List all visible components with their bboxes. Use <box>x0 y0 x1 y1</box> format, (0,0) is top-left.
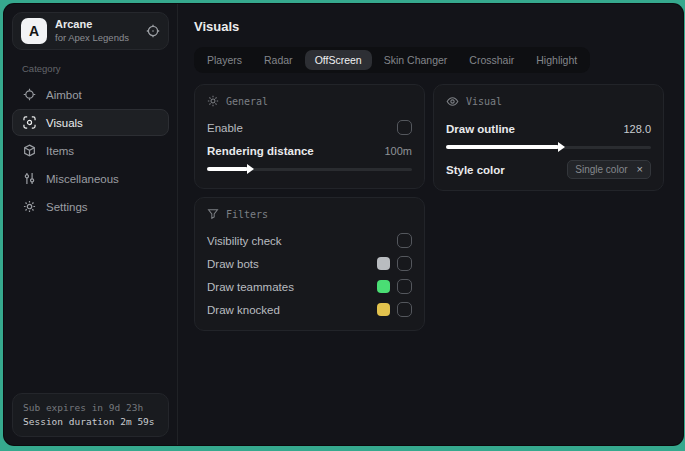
draw-teammates-color-swatch[interactable] <box>377 280 390 293</box>
draw-bots-color-swatch[interactable] <box>377 257 390 270</box>
sidebar-item-miscellaneous[interactable]: Miscellaneous <box>12 165 169 192</box>
page-title: Visuals <box>194 19 667 34</box>
desktop-background: A Arcane for Apex Legends Category <box>0 0 685 451</box>
draw-outline-value: 128.0 <box>623 123 651 135</box>
gear-icon <box>23 200 36 213</box>
enable-checkbox[interactable] <box>397 120 412 135</box>
general-panel: General Enable Rendering distance 100m <box>194 84 425 189</box>
style-color-label: Style color <box>446 164 505 176</box>
app-name: Arcane <box>55 18 129 32</box>
enable-label: Enable <box>207 122 243 134</box>
panels-area: General Enable Rendering distance 100m <box>194 84 667 331</box>
tab-highlight[interactable]: Highlight <box>526 50 587 70</box>
tab-offscreen[interactable]: OffScreen <box>305 50 372 70</box>
draw-knocked-color-swatch[interactable] <box>377 303 390 316</box>
sun-icon <box>207 95 219 107</box>
style-color-selected-value: Single color <box>575 164 627 175</box>
app-logo: A <box>21 18 47 44</box>
sidebar-nav: Aimbot Visuals <box>12 81 169 220</box>
draw-knocked-checkbox[interactable] <box>397 302 412 317</box>
draw-teammates-row: Draw teammates <box>207 276 412 297</box>
session-duration-text: Session duration 2m 59s <box>23 415 158 429</box>
funnel-icon <box>207 208 219 220</box>
filters-panel-header: Filters <box>207 208 412 220</box>
app-window: A Arcane for Apex Legends Category <box>4 4 683 445</box>
slider-track <box>207 168 412 171</box>
general-panel-title: General <box>226 96 268 107</box>
eye-icon <box>446 95 459 108</box>
draw-teammates-checkbox[interactable] <box>397 279 412 294</box>
draw-bots-label: Draw bots <box>207 258 259 270</box>
draw-outline-label: Draw outline <box>446 123 515 135</box>
app-subtitle: for Apex Legends <box>55 32 129 44</box>
draw-bots-checkbox[interactable] <box>397 256 412 271</box>
right-column: Visual Draw outline 128.0 Style c <box>433 84 664 191</box>
main-content: Visuals Players Radar OffScreen Skin Cha… <box>178 4 683 445</box>
subscription-info: Sub expires in 9d 23h Session duration 2… <box>12 393 169 438</box>
visibility-check-row: Visibility check <box>207 230 412 251</box>
visual-panel-header: Visual <box>446 95 651 108</box>
slider-fill <box>207 167 248 171</box>
sidebar-item-items[interactable]: Items <box>12 137 169 164</box>
slider-fill <box>446 145 559 149</box>
sidebar-item-settings[interactable]: Settings <box>12 193 169 220</box>
general-panel-header: General <box>207 95 412 107</box>
tab-crosshair[interactable]: Crosshair <box>459 50 524 70</box>
visibility-check-checkbox[interactable] <box>397 233 412 248</box>
close-icon[interactable]: × <box>637 164 643 175</box>
draw-bots-row: Draw bots <box>207 253 412 274</box>
sidebar-item-label: Miscellaneous <box>46 173 119 185</box>
cube-icon <box>23 144 36 157</box>
sidebar-item-visuals[interactable]: Visuals <box>12 109 169 136</box>
rendering-distance-value: 100m <box>384 145 412 157</box>
sidebar-item-label: Aimbot <box>46 89 82 101</box>
visibility-check-label: Visibility check <box>207 235 282 247</box>
sidebar-item-aimbot[interactable]: Aimbot <box>12 81 169 108</box>
tab-bar: Players Radar OffScreen Skin Changer Cro… <box>194 47 590 73</box>
sliders-icon <box>23 172 36 185</box>
tab-players[interactable]: Players <box>197 50 252 70</box>
enable-row: Enable <box>207 117 412 138</box>
style-color-row: Style color Single color × <box>446 159 651 180</box>
draw-teammates-label: Draw teammates <box>207 281 294 293</box>
visual-panel: Visual Draw outline 128.0 Style c <box>433 84 664 191</box>
sidebar-item-label: Items <box>46 145 74 157</box>
rendering-distance-row: Rendering distance 100m <box>207 140 412 161</box>
sidebar-item-label: Visuals <box>46 117 83 129</box>
sub-expires-text: Sub expires in 9d 23h <box>23 401 158 415</box>
slider-track <box>446 146 651 149</box>
style-color-select[interactable]: Single color × <box>567 160 651 179</box>
eye-scan-icon <box>23 116 36 129</box>
draw-knocked-label: Draw knocked <box>207 304 280 316</box>
sidebar: A Arcane for Apex Legends Category <box>4 4 178 445</box>
crosshair-icon <box>23 88 36 101</box>
brand-text: Arcane for Apex Legends <box>55 18 129 44</box>
draw-outline-row: Draw outline 128.0 <box>446 118 651 139</box>
filters-panel-title: Filters <box>226 209 268 220</box>
draw-outline-slider[interactable] <box>446 142 651 152</box>
visual-panel-title: Visual <box>466 96 502 107</box>
app-brand: A Arcane for Apex Legends <box>12 12 169 50</box>
rendering-distance-label: Rendering distance <box>207 145 314 157</box>
tab-skin-changer[interactable]: Skin Changer <box>374 50 458 70</box>
target-icon[interactable] <box>146 24 160 38</box>
sidebar-item-label: Settings <box>46 201 88 213</box>
tab-radar[interactable]: Radar <box>254 50 303 70</box>
draw-knocked-row: Draw knocked <box>207 299 412 320</box>
category-label: Category <box>22 63 159 74</box>
filters-panel: Filters Visibility check Draw bots <box>194 197 425 331</box>
rendering-distance-slider[interactable] <box>207 164 412 174</box>
left-column: General Enable Rendering distance 100m <box>194 84 425 331</box>
